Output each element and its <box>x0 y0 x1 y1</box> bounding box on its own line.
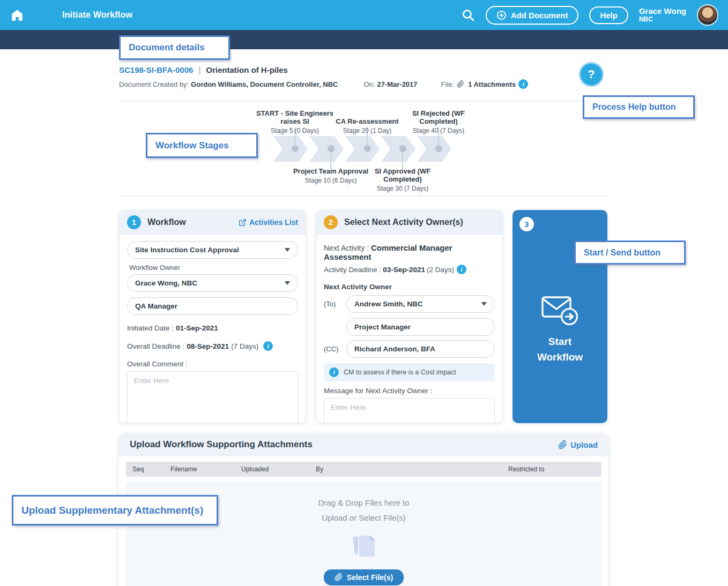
attachments-table-header: Seq Filename Uploaded By Restricted to <box>126 462 601 477</box>
annotation-workflow-stages: Workflow Stages <box>146 133 258 158</box>
stage-chevron <box>417 136 451 162</box>
annotation-document-details: Document details <box>119 35 230 60</box>
attachments-info-icon[interactable]: i <box>518 79 528 89</box>
annotation-start-send: Start / Send button <box>574 241 686 265</box>
search-icon[interactable] <box>461 8 475 22</box>
divider <box>119 101 608 101</box>
initiated-date: Initiated Date : 01-Sep-2021 <box>127 324 298 332</box>
document-title: Orientation of H-piles <box>206 65 288 74</box>
chevron-down-icon <box>481 302 487 306</box>
paperclip-icon <box>457 80 464 88</box>
user-info: Grace Wong NBC <box>639 7 686 23</box>
sub-header-bar <box>0 30 728 49</box>
col-filename: Filename <box>170 465 241 473</box>
external-link-icon <box>239 219 247 227</box>
file-label: File: <box>441 80 455 88</box>
col-restricted-to: Restricted to <box>508 465 601 473</box>
start-workflow-button[interactable]: Start Workflow <box>537 295 583 365</box>
document-meta: Document Created by: Gordon Williams, Do… <box>119 79 608 89</box>
menu-icon[interactable] <box>35 9 51 21</box>
stage-dot <box>328 145 335 152</box>
user-avatar[interactable] <box>697 4 718 26</box>
step-3-badge: 3 <box>519 217 534 231</box>
user-org: NBC <box>639 16 686 23</box>
paperclip-icon <box>558 440 567 449</box>
stage-dot <box>364 145 371 152</box>
message-label: Message for Next Activity Owner : <box>324 387 495 395</box>
dropzone-text: Drag & Drop Files here to Upload or Sele… <box>318 495 409 525</box>
overall-comment-input[interactable] <box>127 371 298 423</box>
home-icon[interactable] <box>10 8 25 22</box>
workflow-panel: 1 Workflow Activities List Site Instruct… <box>119 210 306 423</box>
step-2-badge: 2 <box>324 215 338 229</box>
to-owner-select[interactable]: Andrew Smith, NBC <box>346 295 495 313</box>
select-files-button[interactable]: Select File(s) <box>324 569 404 585</box>
user-name: Grace Wong <box>639 7 686 16</box>
add-document-button[interactable]: Add Document <box>486 6 579 25</box>
page-title: Initiate Workflow <box>62 10 132 20</box>
created-by-value: Gordon Williams, Document Controller, NB… <box>191 80 338 88</box>
next-activity-line: Next Activity : Commercial Manager Asses… <box>324 243 495 261</box>
stage-dot <box>435 145 442 152</box>
document-code[interactable]: SC198-SI-BFA-0006 <box>119 65 193 74</box>
annotation-process-help: Process Help button <box>583 95 695 119</box>
stage-chevron <box>381 136 415 162</box>
to-role-field[interactable] <box>346 318 495 336</box>
message-input[interactable] <box>324 398 495 423</box>
send-mail-icon <box>541 295 580 327</box>
cost-impact-note: i CM to assess if there is a Cost impact <box>324 363 495 381</box>
workflow-type-select[interactable]: Site Instruction Cost Approval <box>127 241 298 259</box>
divider <box>119 196 608 196</box>
separator: | <box>198 65 200 74</box>
note-info-icon: i <box>329 367 339 377</box>
documents-icon <box>350 531 378 561</box>
upload-header: Upload Workflow Supporting Attachments U… <box>119 433 608 456</box>
created-by-label: Document Created by: <box>119 80 189 88</box>
stage-label-1: START - Site Engineers raises SI Stage 5… <box>253 107 337 134</box>
workflow-owner-select[interactable]: Grace Wong, NBC <box>127 274 298 292</box>
created-on-value: 27-Mar-2017 <box>377 80 417 88</box>
next-activity-panel: 2 Select Next Activity Owner(s) Next Act… <box>316 210 503 423</box>
to-label: (To) <box>324 300 346 308</box>
workflow-panel-title: Workflow <box>147 217 232 227</box>
stage-chevron <box>273 136 308 162</box>
workflow-panel-header: 1 Workflow Activities List <box>120 211 306 235</box>
next-activity-panel-header: 2 Select Next Activity Owner(s) <box>316 211 502 235</box>
overall-deadline: Overall Deadline : 08-Sep-2021 (7 Days) … <box>127 341 298 351</box>
activity-deadline-info-icon[interactable]: i <box>457 265 466 274</box>
workflow-owner-label: Workflow Owner <box>129 264 298 272</box>
stage-chevron <box>345 136 380 162</box>
plus-circle-icon <box>496 10 507 20</box>
process-help-icon[interactable]: ? <box>581 64 602 85</box>
step-1-badge: 1 <box>127 215 141 229</box>
col-seq: Seq <box>126 465 170 473</box>
chevron-down-icon <box>285 281 290 285</box>
add-document-label: Add Document <box>511 11 568 20</box>
deadline-info-icon[interactable]: i <box>263 341 273 351</box>
upload-title: Upload Workflow Supporting Attachments <box>130 439 558 450</box>
help-button[interactable]: Help <box>589 6 628 24</box>
activity-deadline-line: Activity Deadline : 03-Sep-2021 (2 Days)… <box>324 265 495 274</box>
created-on-label: On: <box>363 80 375 88</box>
col-by: By <box>316 465 508 473</box>
owner-role-field[interactable] <box>127 297 298 315</box>
paperclip-icon <box>335 573 343 581</box>
chevron-down-icon <box>285 248 290 252</box>
stage-chevron <box>309 136 344 162</box>
document-header: SC198-SI-BFA-0006 | Orientation of H-pil… <box>119 65 608 74</box>
cc-owner-field[interactable] <box>346 340 495 358</box>
stage-label-5: SI Rejected (WF Completed) Stage 40 (7 D… <box>397 107 480 134</box>
next-activity-panel-title: Select Next Activity Owner(s) <box>344 217 495 227</box>
next-activity-owner-label: Next Activity Owner <box>324 283 495 291</box>
attachments-count[interactable]: 1 Attachments <box>468 80 516 88</box>
app-header: Initiate Workflow Add Document Help Grac… <box>0 0 728 30</box>
overall-comment-label: Overall Comment : <box>127 360 298 368</box>
stage-label-4: SI Approved (WF Completed) Stage 30 (7 D… <box>361 168 444 192</box>
activities-list-link[interactable]: Activities List <box>239 218 298 227</box>
stage-dot <box>292 145 299 152</box>
stage-label-2: Project Team Approval Stage 10 (6 Days) <box>289 168 373 184</box>
upload-link[interactable]: Upload <box>558 440 598 449</box>
cc-label: (CC) <box>324 345 346 353</box>
annotation-upload-supplementary: Upload Supplementary Attachment(s) <box>12 495 218 525</box>
help-label: Help <box>600 11 618 20</box>
